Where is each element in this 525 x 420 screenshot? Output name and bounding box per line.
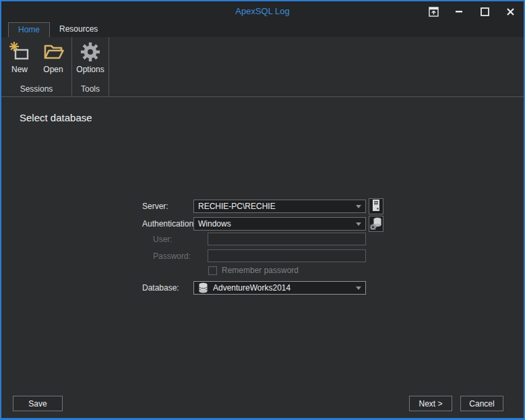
user-row: User: (153, 233, 366, 245)
server-browse-icon (371, 199, 381, 214)
database-icon (198, 282, 208, 294)
new-session-icon (9, 41, 30, 63)
ribbon-tabstrip: Home Resources (1, 22, 524, 37)
database-label: Database: (142, 283, 193, 293)
minimize-icon[interactable] (454, 6, 464, 17)
ribbon-group-label-tools: Tools (72, 84, 109, 94)
database-value: AdventureWorks2014 (213, 283, 356, 293)
chevron-down-icon (356, 205, 361, 208)
server-browse-button[interactable] (369, 198, 383, 214)
tab-resources[interactable]: Resources (50, 22, 107, 37)
page-title: Select database (20, 112, 92, 123)
cancel-button[interactable]: Cancel (460, 396, 503, 411)
password-input[interactable] (208, 249, 366, 262)
ribbon-separator (109, 37, 109, 96)
user-label: User: (153, 235, 208, 244)
pin-icon[interactable] (428, 6, 439, 17)
open-session-button[interactable]: Open (38, 40, 69, 74)
server-label: Server: (142, 202, 193, 211)
password-row: Password: (153, 249, 366, 262)
tab-home[interactable]: Home (8, 22, 50, 37)
wizard-page: Select database Server: RECHIE-PC\RECHIE (1, 97, 524, 418)
open-session-icon (42, 41, 64, 63)
remember-password-checkbox[interactable] (208, 266, 217, 275)
authentication-value: Windows (198, 219, 356, 229)
ribbon-group-tools: Options Tools (72, 37, 109, 96)
maximize-icon[interactable] (479, 6, 490, 17)
options-button[interactable]: Options (75, 40, 106, 74)
titlebar: ApexSQL Log (1, 1, 524, 22)
connection-options-button[interactable] (369, 216, 383, 232)
database-combobox[interactable]: AdventureWorks2014 (193, 281, 366, 295)
authentication-combobox[interactable]: Windows (193, 217, 366, 231)
authentication-row: Authentication: Windows (142, 216, 383, 232)
open-session-label: Open (43, 65, 63, 74)
server-value: RECHIE-PC\RECHIE (198, 202, 356, 211)
chevron-down-icon (356, 222, 361, 226)
close-icon[interactable] (505, 6, 516, 17)
new-session-label: New (11, 65, 28, 74)
server-row: Server: RECHIE-PC\RECHIE (142, 198, 383, 214)
server-combobox[interactable]: RECHIE-PC\RECHIE (193, 200, 366, 213)
authentication-label: Authentication: (142, 219, 193, 229)
ribbon-group-sessions: New Open Sessions (1, 37, 71, 96)
database-row: Database: AdventureWorks2014 (142, 281, 366, 295)
options-label: Options (76, 65, 104, 74)
new-session-button[interactable]: New (4, 40, 35, 74)
apexsql-log-window: ApexSQL Log Home Resources (0, 0, 525, 420)
connection-options-icon (370, 216, 382, 232)
next-button[interactable]: Next > (409, 396, 452, 411)
gear-icon (80, 41, 101, 63)
remember-password-label: Remember password (222, 266, 299, 275)
ribbon-group-label-sessions: Sessions (1, 84, 71, 94)
chevron-down-icon (356, 287, 361, 290)
window-controls (428, 1, 516, 22)
remember-password-row: Remember password (208, 266, 299, 275)
ribbon: New Open Sessions (1, 37, 524, 97)
password-label: Password: (153, 251, 208, 261)
user-input[interactable] (208, 233, 366, 245)
save-button[interactable]: Save (13, 396, 63, 411)
